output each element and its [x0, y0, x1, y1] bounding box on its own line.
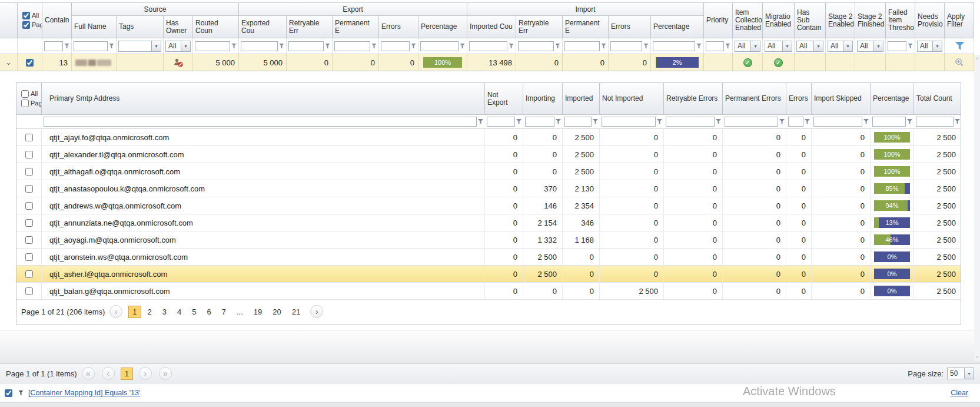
page-number[interactable]: 4 [173, 306, 185, 318]
filter-input-percentage[interactable] [872, 117, 906, 127]
filter-funnel-icon[interactable] [460, 44, 465, 49]
column-header-stage2-enabled[interactable]: Stage 2 Enabled [826, 3, 855, 38]
column-header-export-errors[interactable]: Errors [379, 16, 418, 38]
filter-funnel-icon[interactable] [863, 119, 869, 124]
filter-input-exp-permanent[interactable] [334, 41, 370, 51]
filter-input-failed-item[interactable] [888, 41, 906, 51]
column-header-export-permanent[interactable]: Permanent E [333, 16, 379, 38]
filter-input-exp-errors[interactable] [381, 41, 410, 51]
table-row[interactable]: qtjt_asher.l@qtqa.onmicrosoft.com 0 2 50… [16, 266, 961, 283]
filter-input-exp-percentage[interactable] [420, 41, 459, 51]
filter-funnel-icon[interactable] [555, 44, 560, 49]
page-number[interactable]: 1 [128, 306, 141, 318]
filter-input-imp-retryable[interactable] [518, 41, 554, 51]
filter-input-imp-percentage[interactable] [653, 41, 695, 51]
row-checkbox[interactable] [25, 219, 33, 227]
prev-page-button[interactable]: ‹ [109, 305, 122, 318]
filter-funnel-icon[interactable] [955, 119, 960, 124]
column-header-exported-count[interactable]: Exported Cou [239, 16, 287, 38]
filter-dropdown-needs-provisioning[interactable]: All▾ [917, 41, 942, 52]
column-header-permanent-errors[interactable]: Permanent Errors [723, 83, 786, 114]
column-header-import-skipped[interactable]: Import Skipped [812, 83, 871, 114]
filter-input-priority[interactable] [706, 41, 724, 51]
filter-funnel-icon[interactable] [371, 44, 377, 49]
filter-funnel-icon[interactable] [907, 119, 912, 124]
column-header-migration-enabled[interactable]: Migratio Enabled [763, 3, 795, 38]
page-number[interactable]: 20 [268, 306, 285, 318]
page-size-dropdown[interactable]: 50 ▾ [947, 368, 974, 379]
filter-input-full-name[interactable] [74, 41, 108, 51]
filter-input-smtp[interactable] [44, 117, 477, 127]
row-checkbox[interactable] [25, 236, 33, 244]
chevron-down-icon[interactable]: ▾ [181, 41, 190, 51]
row-checkbox[interactable] [25, 287, 33, 295]
filter-dropdown-migration[interactable]: All▾ [765, 41, 792, 52]
filter-funnel-icon[interactable] [805, 119, 810, 124]
column-header-export-retryable[interactable]: Retryable Err [287, 16, 333, 38]
filter-funnel-icon[interactable] [696, 44, 702, 49]
filter-dropdown-has-owner[interactable]: All▾ [165, 41, 191, 52]
column-header-item-collection-enabled[interactable]: Item Collectio Enabled [733, 3, 763, 38]
filter-expression-link[interactable]: [Container Mapping Id] Equals '13' [28, 389, 140, 397]
filter-funnel-icon[interactable] [509, 44, 514, 49]
filter-funnel-icon[interactable] [643, 44, 649, 49]
column-header-routed-count[interactable]: Routed Coun [193, 16, 239, 38]
filter-funnel-icon[interactable] [593, 119, 598, 124]
column-header-import-errors[interactable]: Errors [609, 16, 651, 38]
filter-input-imp-errors[interactable] [610, 41, 642, 51]
filter-funnel-icon[interactable] [601, 44, 606, 49]
vertical-scrollbar[interactable]: ˄ ˅ [974, 55, 980, 361]
row-checkbox[interactable] [25, 270, 33, 278]
row-checkbox[interactable] [25, 253, 33, 261]
magnifier-zoom-icon[interactable] [955, 58, 964, 67]
column-header-total-count[interactable]: Total Count [914, 83, 961, 114]
table-row[interactable]: qtjt_alexander.tl@qtqa.onmicrosoft.com 0… [16, 146, 961, 163]
row-checkbox[interactable] [25, 134, 33, 141]
column-header-errors[interactable]: Errors [786, 83, 812, 114]
select-page-checkbox-row[interactable]: Pag [22, 21, 42, 29]
chevron-down-icon[interactable]: ▾ [873, 41, 883, 51]
filter-funnel-icon[interactable] [64, 44, 69, 49]
column-header-imported-count[interactable]: Imported Cou [467, 16, 516, 38]
filter-input-not-exported[interactable] [487, 117, 515, 127]
filter-input-permanent[interactable] [725, 117, 778, 127]
filter-dropdown-tags[interactable]: ▾ [118, 41, 161, 52]
filter-input-errors[interactable] [788, 117, 803, 127]
filter-funnel-icon[interactable] [478, 119, 483, 124]
column-header-not-exported[interactable]: Not Export [485, 83, 523, 114]
first-page-button[interactable]: « [82, 367, 95, 380]
last-page-button[interactable]: » [159, 367, 172, 380]
current-page-number[interactable]: 1 [121, 368, 133, 380]
detail-select-page-row[interactable]: Pag [21, 100, 42, 107]
column-header-contain[interactable]: Contain [42, 3, 72, 38]
select-all-checkbox-row[interactable]: All [22, 12, 42, 19]
container-row-checkbox[interactable] [26, 59, 34, 67]
filter-input-imported[interactable] [469, 41, 507, 51]
column-header-has-sub-containers[interactable]: Has Sub Contain [795, 3, 826, 38]
scroll-up-icon[interactable]: ˄ [974, 56, 980, 61]
clear-filter-link[interactable]: Clear [951, 389, 968, 397]
filter-input-contain[interactable] [44, 41, 63, 51]
column-header-imported[interactable]: Imported [563, 83, 600, 114]
column-header-import-permanent[interactable]: Permanent E [563, 16, 609, 38]
filter-input-exported[interactable] [241, 41, 278, 51]
next-page-button[interactable]: › [139, 367, 152, 380]
table-row[interactable]: qtjt_annunziata.ne@qtqa.onmicrosoft.com … [16, 214, 961, 231]
page-number[interactable]: 21 [288, 306, 304, 318]
filter-funnel-icon[interactable] [516, 119, 521, 124]
chevron-down-icon[interactable]: ▾ [151, 41, 161, 51]
column-header-failed-item-threshold[interactable]: Failed Item Thresho [886, 3, 915, 38]
column-header-export-percentage[interactable]: Percentage [418, 16, 467, 38]
row-checkbox[interactable] [25, 151, 33, 158]
column-header-importing[interactable]: Importing [523, 83, 563, 114]
filter-input-skipped[interactable] [813, 117, 862, 127]
select-all-checkbox[interactable] [22, 12, 30, 19]
column-header-has-owner[interactable]: Has Owner [164, 16, 193, 38]
row-checkbox[interactable] [25, 168, 33, 176]
page-number[interactable]: 5 [188, 306, 200, 318]
table-row[interactable]: qtjt_althagafi.o@qtqa.onmicrosoft.com 0 … [16, 163, 961, 180]
row-expand-cell[interactable]: ⌄ [0, 54, 18, 71]
filter-funnel-icon[interactable] [231, 44, 237, 49]
chevron-down-icon[interactable]: ▾ [843, 41, 852, 51]
chevron-down-icon[interactable]: ▾ [964, 368, 974, 379]
